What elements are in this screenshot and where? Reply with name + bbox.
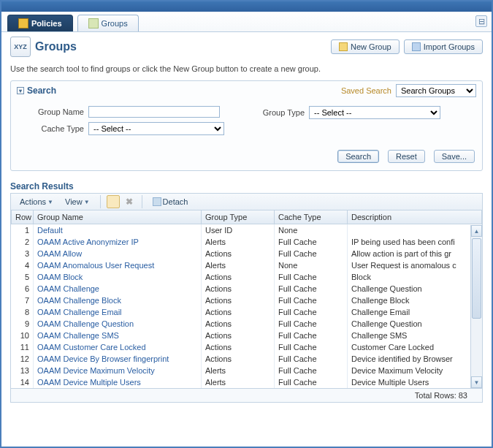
table-row[interactable]: 4OAAM Anomalous User RequestAlertsNoneUs… [12,259,482,271]
page-title: Groups [35,40,77,53]
table-row[interactable]: 2OAAM Active Anonymizer IPAlertsFull Cac… [12,236,482,248]
group-type-select[interactable]: -- Select -- [309,106,440,119]
saved-search-label: Saved Search [341,86,391,95]
cell-group-type: Alerts [202,259,275,271]
group-link[interactable]: OAAM Device Multiple Users [37,378,141,387]
cell-cache-type: Full Cache [275,341,348,353]
cell-group-name: Default [34,224,202,237]
table-row[interactable]: 10OAAM Challenge SMSActionsFull CacheCha… [12,330,482,341]
cell-cache-type: Full Cache [275,248,348,259]
cell-description: Block [348,271,482,283]
row-number: 13 [12,365,34,376]
scroll-down-icon[interactable]: ▼ [471,376,482,388]
new-group-label: New Group [351,42,391,51]
view-menu[interactable]: View ▼ [61,196,94,208]
group-link[interactable]: OAAM Device Maximum Velocity [37,366,155,375]
tabs-row: Policies Groups ⊟ [1,12,492,32]
reset-button[interactable]: Reset [388,150,425,163]
table-row[interactable]: 7OAAM Challenge BlockActionsFull CacheCh… [12,295,482,306]
detach-label: Detach [163,197,188,206]
table-row[interactable]: 5OAAM BlockActionsFull CacheBlock [12,271,482,283]
cell-group-type: Actions [202,295,275,306]
saved-search-select[interactable]: Search Groups [396,84,476,97]
group-link[interactable]: OAAM Device By Browser fingerprint [37,354,169,363]
scroll-thumb[interactable] [472,238,481,319]
group-link[interactable]: OAAM Active Anonymizer IP [37,238,139,246]
cell-cache-type: Full Cache [275,271,348,283]
search-button[interactable]: Search [337,150,379,163]
table-row[interactable]: 6OAAM ChallengeActionsFull CacheChalleng… [12,283,482,295]
tab-groups[interactable]: Groups [77,15,139,31]
group-link[interactable]: OAAM Block [37,273,83,281]
group-link[interactable]: OAAM Customer Care Locked [37,343,146,352]
toolbar-divider [100,195,101,208]
table-row[interactable]: 9OAAM Challenge QuestionActionsFull Cach… [12,318,482,330]
row-number: 2 [12,236,34,248]
actions-menu[interactable]: Actions ▼ [15,196,58,208]
new-group-icon [339,42,348,51]
intro-text: Use the search tool to find groups or cl… [10,64,483,73]
detach-icon [153,197,161,206]
cell-group-name: OAAM Customer Care Locked [34,341,202,353]
vertical-scrollbar[interactable]: ▲ ▼ [470,225,482,388]
cell-group-type: User ID [202,224,275,237]
table-row[interactable]: 14OAAM Device Multiple UsersAlertsFull C… [12,376,482,388]
cell-description: Challenge Block [348,295,482,306]
col-description[interactable]: Description [348,210,482,224]
import-groups-button[interactable]: Import Groups [404,39,483,54]
close-tab-button[interactable]: ⊟ [475,15,487,27]
cell-group-name: OAAM Device Maximum Velocity [34,365,202,376]
row-number: 6 [12,283,34,295]
row-number: 15 [12,388,34,389]
cell-cache-type: None [275,224,348,237]
table-row[interactable]: 1DefaultUser IDNone [12,224,482,237]
cell-cache-type: None [275,259,348,271]
cell-description [348,224,482,237]
new-group-button[interactable]: New Group [331,39,400,54]
row-number: 9 [12,318,34,330]
group-name-input[interactable] [88,106,220,118]
create-icon[interactable] [107,195,120,208]
scroll-up-icon[interactable]: ▲ [471,225,482,237]
cell-group-type: Alerts [202,236,275,248]
results-heading: Search Results [10,181,483,191]
cell-group-name: OAAM Challenge Question [34,318,202,330]
cache-type-label: Cache Type [33,124,84,133]
group-link[interactable]: OAAM Challenge Question [37,319,134,328]
group-link[interactable]: OAAM Challenge Email [37,308,122,316]
group-link[interactable]: Default [37,226,63,235]
col-group-name[interactable]: Group Name [34,210,202,224]
group-link[interactable]: OAAM Challenge SMS [37,331,119,340]
cell-description: Device identified by Browser [348,353,482,365]
col-group-type[interactable]: Group Type [202,210,275,224]
col-cache-type[interactable]: Cache Type [275,210,348,224]
group-link[interactable]: OAAM Challenge [37,284,99,293]
import-groups-label: Import Groups [424,42,475,51]
group-type-label: Group Type [253,108,305,117]
collapse-icon[interactable]: ▾ [17,87,24,94]
group-link[interactable]: OAAM Anomalous User Request [37,261,154,270]
table-row[interactable]: 15OAAM Device by Digital CookieActionsFu… [12,388,482,389]
cell-description: Challenge Question [348,283,482,295]
group-link[interactable]: OAAM Allow [37,249,82,258]
cell-cache-type: Full Cache [275,365,348,376]
group-link[interactable]: OAAM Challenge Block [37,296,121,305]
table-row[interactable]: 11OAAM Customer Care LockedActionsFull C… [12,341,482,353]
save-search-button[interactable]: Save... [434,150,475,163]
table-row[interactable]: 3OAAM AllowActionsFull CacheAllow action… [12,248,482,259]
detach-button[interactable]: Detach [148,196,193,208]
delete-icon[interactable]: ✖ [123,195,136,208]
cell-description: Allow action is part of this gr [348,248,482,259]
table-row[interactable]: 8OAAM Challenge EmailActionsFull CacheCh… [12,306,482,318]
table-row[interactable]: 13OAAM Device Maximum VelocityAlertsFull… [12,365,482,376]
tab-policies[interactable]: Policies [7,15,73,31]
total-rows-label: Total Rows: 83 [415,391,467,400]
cell-group-type: Actions [202,271,275,283]
cell-group-name: OAAM Device By Browser fingerprint [34,353,202,365]
tab-policies-label: Policies [31,19,62,28]
cache-type-select[interactable]: -- Select -- [88,122,224,135]
view-label: View [65,197,83,206]
table-row[interactable]: 12OAAM Device By Browser fingerprintActi… [12,353,482,365]
col-row[interactable]: Row [12,210,34,224]
reset-button-label: Reset [396,152,417,161]
